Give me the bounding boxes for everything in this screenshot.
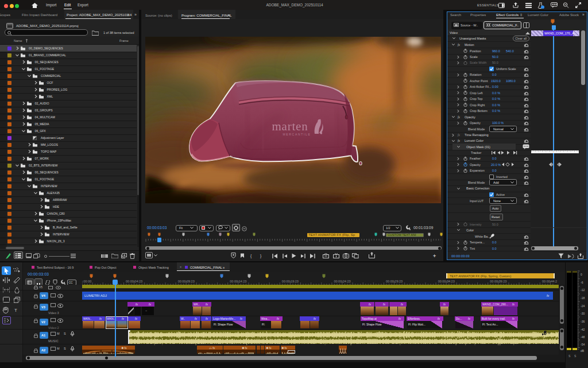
svg-text:MERCANTILE: MERCANTILE bbox=[283, 133, 311, 136]
svg-text:marten: marten bbox=[272, 119, 308, 133]
